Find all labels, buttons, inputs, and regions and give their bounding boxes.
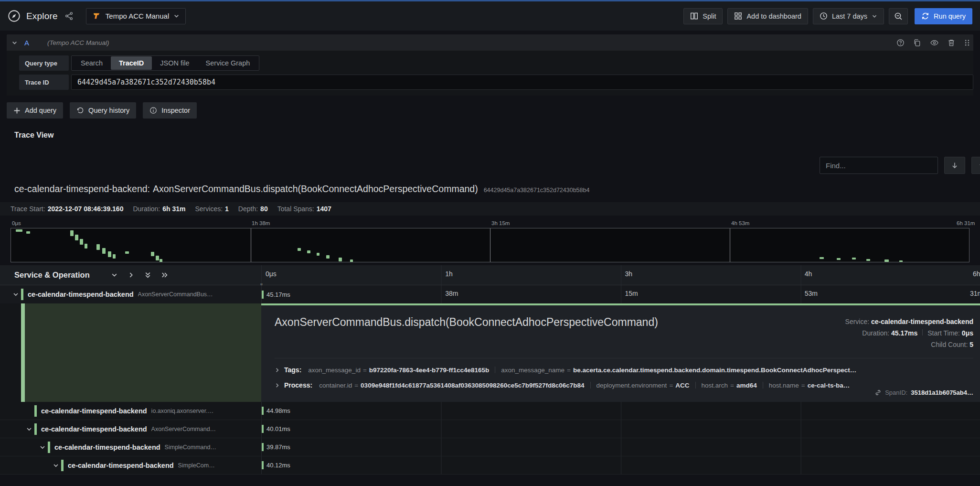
selected-span-color-bar: [21, 303, 25, 402]
trace-duration-value: 6h 31m: [162, 205, 185, 213]
plus-icon: [13, 107, 21, 114]
minimap-span-mark: [125, 251, 129, 254]
trace-start-value: 2022-12-07 08:46:39.160: [48, 205, 124, 213]
chevron-down-icon[interactable]: [37, 444, 48, 451]
find-next-button[interactable]: [944, 157, 965, 174]
minimap-span-mark: [151, 252, 154, 256]
arrow-down-icon: [951, 162, 959, 169]
chevron-down-icon[interactable]: [11, 291, 21, 298]
query-editor: A (Tempo ACC Manual) Query type Search T…: [0, 31, 980, 96]
chevron-down-icon[interactable]: [24, 426, 34, 432]
find-input[interactable]: [820, 157, 938, 174]
span-color-bar: [21, 289, 23, 300]
run-query-button[interactable]: Run query: [915, 8, 972, 24]
drag-handle-icon[interactable]: [964, 39, 970, 47]
minimap-span-mark: [113, 254, 116, 259]
span-row[interactable]: ce-calendar-timespend-backend io.axoniq.…: [0, 402, 980, 420]
inspector-button[interactable]: Inspector: [143, 102, 197, 119]
query-type-traceid[interactable]: TraceID: [111, 56, 152, 70]
span-operation-name: AxonServerCommand…: [151, 426, 216, 432]
page-title: Explore: [26, 11, 58, 22]
span-duration: 45.17ms: [266, 291, 290, 298]
span-timeline: Service & Operation ‖ 0μs 1h 3h 4h 6h: [0, 265, 980, 475]
process-pair: deployment.environment=ACC: [597, 382, 690, 389]
datasource-picker[interactable]: Tempo ACC Manual: [86, 8, 186, 24]
delete-query-trash-icon[interactable]: [948, 39, 955, 47]
query-type-radio-group: Search TraceID JSON file Service Graph: [71, 55, 259, 71]
query-history-button[interactable]: Query history: [70, 102, 136, 119]
span-duration-bar: [262, 407, 264, 415]
chevron-right-icon: [275, 383, 280, 388]
minimap-span-mark: [866, 259, 870, 261]
find-prev-button[interactable]: [971, 157, 980, 174]
collapse-query-chevron-icon[interactable]: [11, 40, 18, 46]
collapse-one-icon[interactable]: [111, 271, 118, 279]
query-datasource-hint: (Tempo ACC Manual): [47, 39, 109, 46]
disable-query-eye-icon[interactable]: [930, 39, 939, 47]
trace-services-value: 1: [225, 205, 229, 213]
span-detail-panel: AxonServerCommandBus.dispatch(BookConnec…: [261, 303, 980, 402]
span-row[interactable]: ce-calendar-timespend-backend AxonServer…: [0, 420, 980, 438]
trace-id-label: Trace ID: [19, 75, 69, 90]
tag-pair: axon_message_id=b97220fa-7863-4ee4-b779-…: [308, 367, 489, 374]
span-row[interactable]: ce-calendar-timespend-backend SimpleCom……: [0, 456, 980, 475]
span-operation-name: io.axoniq.axonserver.…: [151, 408, 214, 414]
trace-minimap[interactable]: 0μs 1h 38m 3h 15m 4h 53m 6h 31m: [11, 220, 969, 262]
span-row-root[interactable]: ce-calendar-timespend-backend AxonServer…: [0, 285, 980, 303]
minimap-span-mark: [884, 259, 889, 262]
process-accordion[interactable]: Process: container.id=0309e948f1fd4c6187…: [275, 382, 973, 389]
selected-span-highlight[interactable]: [0, 303, 261, 402]
zoom-out-time-button[interactable]: [889, 8, 908, 24]
split-button[interactable]: Split: [683, 8, 723, 24]
tags-accordion[interactable]: Tags: axon_message_id=b97220fa-7863-4ee4…: [275, 367, 973, 374]
span-color-bar: [34, 405, 37, 417]
query-row-header[interactable]: A (Tempo ACC Manual): [7, 34, 973, 51]
chevron-down-icon: [173, 13, 180, 19]
minimap-span-mark: [26, 231, 30, 234]
minimap-divider: [490, 228, 490, 262]
trace-root-service: ce-calendar-timespend-backend:: [14, 184, 150, 194]
span-color-bar: [48, 442, 50, 453]
chevron-down-icon: [872, 13, 877, 19]
minimap-span-mark: [852, 258, 856, 259]
minimap-span-mark: [307, 250, 310, 253]
query-type-search[interactable]: Search: [73, 56, 111, 70]
duplicate-query-icon[interactable]: [913, 39, 921, 47]
zoom-out-icon: [894, 12, 903, 21]
query-actions: Add query Query history Inspector: [0, 96, 980, 119]
minimap-canvas[interactable]: [11, 228, 969, 262]
query-type-service-graph[interactable]: Service Graph: [198, 56, 258, 70]
span-operation-name: SimpleCom…: [178, 462, 215, 469]
top-toolbar: Explore Tempo ACC Manual Split Add to da…: [0, 0, 980, 31]
time-range-picker[interactable]: Last 7 days: [813, 8, 884, 24]
span-color-bar: [61, 460, 64, 471]
span-rows: ce-calendar-timespend-backend AxonServer…: [0, 285, 980, 475]
service-operation-header: Service & Operation: [14, 270, 90, 280]
span-service-name: ce-calendar-timespend-backend: [41, 425, 147, 433]
trace-id-input[interactable]: [71, 75, 973, 90]
minimap-divider: [251, 228, 251, 262]
query-type-json-file[interactable]: JSON file: [152, 56, 197, 70]
collapse-all-icon[interactable]: [144, 271, 151, 279]
tag-pair: axon_message_name=be.acerta.ce.calendar.…: [501, 367, 856, 374]
help-icon[interactable]: [896, 39, 905, 47]
chevron-down-icon[interactable]: [51, 462, 61, 469]
expand-one-icon[interactable]: [128, 271, 135, 279]
add-to-dashboard-button[interactable]: Add to dashboard: [727, 8, 808, 24]
arrow-up-icon: [978, 162, 980, 169]
add-query-button[interactable]: Add query: [7, 102, 63, 119]
span-duration: 39.87ms: [266, 443, 290, 451]
span-service-name: ce-calendar-timespend-backend: [54, 443, 160, 451]
span-duration-bar: [262, 443, 264, 451]
query-ref-id: A: [24, 39, 29, 47]
span-row[interactable]: ce-calendar-timespend-backend SimpleComm…: [0, 438, 980, 456]
share-icon[interactable]: [64, 11, 74, 21]
link-icon[interactable]: [874, 389, 882, 396]
span-duration: 40.12ms: [266, 462, 290, 469]
minimap-span-mark: [16, 229, 22, 232]
minimap-span-mark: [899, 260, 903, 262]
minimap-span-mark: [317, 253, 320, 256]
expand-all-icon[interactable]: [161, 271, 168, 279]
split-icon: [690, 12, 698, 20]
timeline-ticks: 0μs 1h 3h 4h 6h: [261, 265, 980, 285]
